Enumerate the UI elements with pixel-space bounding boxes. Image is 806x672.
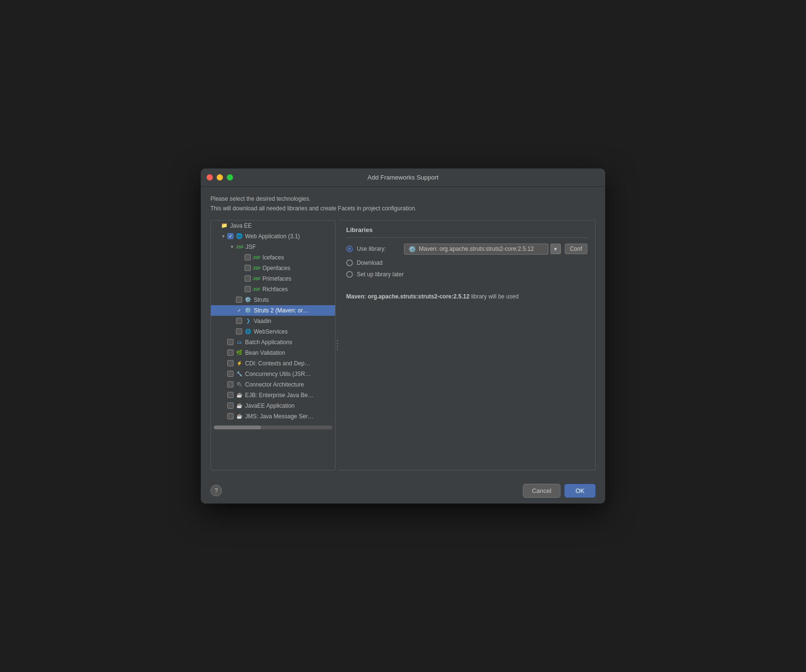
titlebar: Add Frameworks Support xyxy=(201,168,605,187)
jsf4-icon: JSF xyxy=(253,275,260,283)
tree-item-webservices[interactable]: 🌐 WebServices xyxy=(211,326,335,337)
spacer xyxy=(238,286,244,292)
tree-label: Icefaces xyxy=(262,254,284,261)
chevron-icon xyxy=(214,223,220,229)
checkbox-icefaces[interactable] xyxy=(245,254,251,260)
download-radio[interactable] xyxy=(346,259,353,266)
use-library-radio[interactable] xyxy=(346,246,353,252)
spacer xyxy=(221,339,226,345)
setup-later-radio[interactable] xyxy=(346,271,353,278)
tree-label: JSF xyxy=(246,244,256,250)
web-icon: 🌐 xyxy=(235,233,243,240)
checkbox-jms[interactable] xyxy=(227,413,234,419)
maven-info: Maven: org.apache.struts:struts2-core:2.… xyxy=(346,292,587,301)
tree-item-primefaces[interactable]: JSF Primefaces xyxy=(211,273,335,284)
ejb-icon: ☕ xyxy=(235,391,243,399)
gear3-icon: ⚙️ xyxy=(244,307,252,314)
download-label: Download xyxy=(357,259,400,266)
tree-item-richfaces[interactable]: JSF Richfaces xyxy=(211,284,335,295)
vaadin-icon: ❯ xyxy=(244,317,252,325)
content-area: 📁 Java EE ▼ ✓ 🌐 Web Application (3.1) ▼ … xyxy=(210,220,596,470)
javaee-icon: ☕ xyxy=(235,402,243,410)
tree-label: Concurrency Utils (JSR… xyxy=(245,371,311,377)
tree-item-struts2[interactable]: ✓ ⚙️ Struts 2 (Maven: or… xyxy=(211,305,335,316)
jsf3-icon: JSF xyxy=(253,264,260,272)
checkbox-struts[interactable] xyxy=(236,297,242,303)
spacer xyxy=(238,265,244,271)
bottom-bar: ? Cancel OK xyxy=(201,478,605,504)
checkbox-bean[interactable] xyxy=(227,349,234,356)
chevron-open-icon: ▼ xyxy=(221,233,226,239)
ok-button[interactable]: OK xyxy=(564,484,596,498)
dialog-body: Please select the desired technologies. … xyxy=(201,187,605,478)
spacer xyxy=(221,392,226,398)
tree-item-ejb[interactable]: ☕ EJB: Enterprise Java Be… xyxy=(211,390,335,401)
library-dropdown-container: ⚙️ Maven: org.apache.struts:struts2-core… xyxy=(404,244,561,255)
tree-item-concurrency[interactable]: 🔧 Concurrency Utils (JSR… xyxy=(211,369,335,379)
tree-item-connector[interactable]: 🔌 Connector Architecture xyxy=(211,379,335,390)
library-dropdown[interactable]: ⚙️ Maven: org.apache.struts:struts2-core… xyxy=(404,244,548,255)
jsf-icon: JSF xyxy=(236,243,244,251)
bean-icon: 🌿 xyxy=(235,349,243,357)
checkbox-vaadin[interactable] xyxy=(236,318,242,324)
tree-item-java-ee[interactable]: 📁 Java EE xyxy=(211,220,335,231)
connector-icon: 🔌 xyxy=(235,381,243,388)
libraries-section-title: Libraries xyxy=(346,226,587,238)
spacer xyxy=(238,276,244,282)
scrollbar-thumb xyxy=(214,426,261,429)
checkbox-cdi[interactable] xyxy=(227,360,234,366)
cancel-button[interactable]: Cancel xyxy=(523,484,560,498)
conf-button[interactable]: Conf xyxy=(565,244,587,254)
checkbox-richfaces[interactable] xyxy=(245,286,251,292)
tree-item-batch-applications[interactable]: 🗂 Batch Applications xyxy=(211,337,335,348)
tree-panel[interactable]: 📁 Java EE ▼ ✓ 🌐 Web Application (3.1) ▼ … xyxy=(210,220,336,470)
tree-item-icefaces[interactable]: JSF Icefaces xyxy=(211,252,335,263)
tree-item-bean-validation[interactable]: 🌿 Bean Validation xyxy=(211,348,335,358)
spacer xyxy=(221,371,226,377)
checkbox-batch[interactable] xyxy=(227,339,234,345)
tree-item-cdi[interactable]: ⚡ CDI: Contexts and Dep… xyxy=(211,358,335,369)
checkbox-web-application[interactable]: ✓ xyxy=(227,233,234,239)
tree-item-jsf[interactable]: ▼ JSF JSF xyxy=(211,242,335,252)
minimize-button[interactable] xyxy=(217,174,223,181)
dropdown-arrow-btn[interactable]: ▼ xyxy=(550,244,561,254)
setup-later-label: Set up library later xyxy=(357,271,403,278)
checkbox-ejb[interactable] xyxy=(227,392,234,398)
close-button[interactable] xyxy=(207,174,213,181)
ws-icon: 🌐 xyxy=(244,328,252,336)
tree-item-vaadin[interactable]: ❯ Vaadin xyxy=(211,316,335,326)
jms-icon: ☕ xyxy=(235,413,243,420)
concurrency-icon: 🔧 xyxy=(235,370,243,378)
tree-item-javaee-app[interactable]: ☕ JavaEE Application xyxy=(211,401,335,411)
description-line2: This will download all needed libraries … xyxy=(210,204,596,213)
main-window: Add Frameworks Support Please select the… xyxy=(201,168,605,503)
checkbox-struts2[interactable]: ✓ xyxy=(236,307,242,313)
checkbox-openfaces[interactable] xyxy=(245,265,251,271)
gear-icon: ⚙️ xyxy=(408,246,416,253)
tree-label: Batch Applications xyxy=(245,339,292,346)
help-button[interactable]: ? xyxy=(210,485,222,496)
tree-item-web-application[interactable]: ▼ ✓ 🌐 Web Application (3.1) xyxy=(211,231,335,242)
use-library-label: Use library: xyxy=(357,246,400,252)
checkbox-javaee-app[interactable] xyxy=(227,402,234,409)
tree-item-jms[interactable]: ☕ JMS: Java Message Ser… xyxy=(211,411,335,422)
tree-label: JMS: Java Message Ser… xyxy=(245,413,313,420)
use-library-row: Use library: ⚙️ Maven: org.apache.struts… xyxy=(346,244,587,255)
tree-label: JavaEE Application xyxy=(245,402,295,409)
tree-label: Struts 2 (Maven: or… xyxy=(254,307,309,314)
spacer xyxy=(229,329,235,335)
action-buttons: Cancel OK xyxy=(523,484,596,498)
checkbox-webservices[interactable] xyxy=(236,328,242,335)
tree-item-openfaces[interactable]: JSF Openfaces xyxy=(211,263,335,273)
checkbox-connector[interactable] xyxy=(227,381,234,388)
checkbox-primefaces[interactable] xyxy=(245,275,251,282)
batch-icon: 🗂 xyxy=(235,338,243,346)
tree-label: Vaadin xyxy=(254,318,271,324)
horizontal-scrollbar[interactable] xyxy=(214,426,332,429)
scrollbar-area xyxy=(211,422,335,431)
tree-item-struts[interactable]: ⚙️ Struts xyxy=(211,295,335,305)
library-value: Maven: org.apache.struts:struts2-core:2.… xyxy=(419,246,534,252)
maximize-button[interactable] xyxy=(227,174,233,181)
spacer xyxy=(229,297,235,303)
checkbox-concurrency[interactable] xyxy=(227,371,234,377)
